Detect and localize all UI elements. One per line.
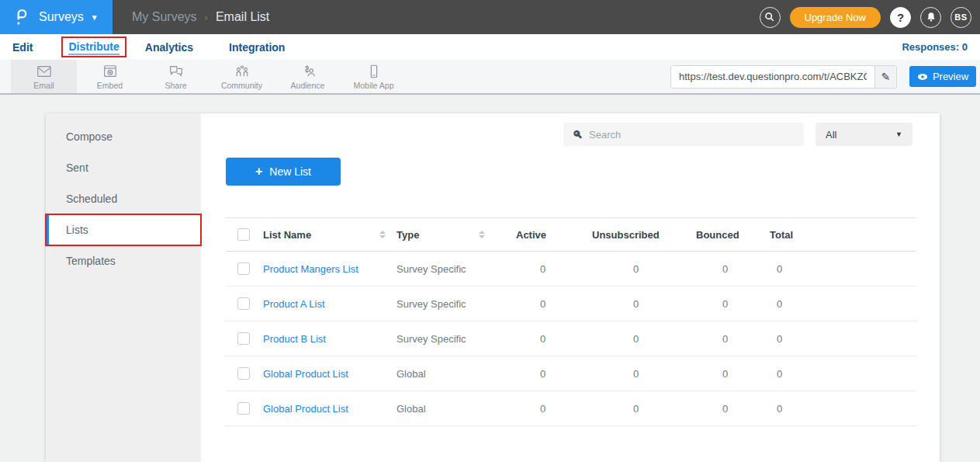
type-filter-dropdown[interactable]: All ▼ [816,123,912,146]
bell-icon [926,12,937,23]
tab-edit[interactable]: Edit [12,41,33,54]
toolbar-item-share[interactable]: Share [143,60,209,93]
email-sidebar: Compose Sent Scheduled Lists Templates [46,113,201,462]
header-active: Active [502,229,583,241]
list-type: Survey Specific [397,298,502,310]
toolbar-item-community[interactable]: Community [209,60,275,93]
edit-url-button[interactable]: ✎ [874,66,896,88]
list-name-link[interactable]: Global Product List [263,368,348,380]
list-type: Survey Specific [397,263,502,275]
unsubscribed-count: 0 [583,298,688,310]
unsubscribed-count: 0 [583,263,688,275]
notifications-button[interactable] [920,7,941,28]
bounced-count: 0 [688,263,762,275]
table-row: Global Product List Global 0 0 0 0 [226,391,916,426]
search-icon [764,12,775,23]
row-checkbox[interactable] [237,367,250,380]
survey-url-box: ✎ [670,65,897,89]
responses-count: Responses: 0 [902,41,968,53]
header-bounced: Bounced [688,229,762,241]
embed-icon [102,64,119,79]
pencil-icon: ✎ [881,71,891,83]
preview-button[interactable]: Preview [909,66,976,87]
total-count: 0 [762,333,916,345]
sidebar-item-templates[interactable]: Templates [46,245,201,276]
toolbar-item-label: Audience [291,81,325,90]
avatar[interactable]: BS [951,7,971,28]
breadcrumb: My Surveys › Email List [132,10,269,24]
list-type: Global [397,368,502,380]
email-icon [36,64,53,79]
new-list-button[interactable]: + New List [226,158,341,186]
preview-label: Preview [933,71,968,82]
total-count: 0 [762,298,916,310]
upgrade-now-button[interactable]: Upgrade Now [790,7,881,28]
search-input[interactable] [589,129,795,141]
topbar-actions: Upgrade Now ? BS [760,7,980,28]
sort-icon[interactable] [479,231,485,238]
active-count: 0 [502,333,583,345]
search-button[interactable] [760,7,781,28]
list-name-link[interactable]: Product A List [263,298,325,310]
header-unsubscribed: Unsubscribed [583,229,688,241]
list-name-link[interactable]: Global Product List [263,403,348,415]
sort-icon[interactable] [379,231,386,238]
active-count: 0 [502,403,583,415]
row-checkbox[interactable] [237,262,250,275]
list-name-link[interactable]: Product Mangers List [263,263,358,275]
row-checkbox[interactable] [237,332,250,345]
plus-icon: + [255,165,262,179]
table-header-row: List Name Type Active Unsubscribed Bounc… [226,217,916,252]
list-type: Global [397,403,502,415]
survey-url-input[interactable] [671,66,874,88]
total-count: 0 [762,263,916,275]
table-row: Product A List Survey Specific 0 0 0 0 [226,287,916,321]
new-list-label: New List [269,165,311,178]
table-row: Product B List Survey Specific 0 0 0 0 [226,321,916,356]
caret-down-icon: ▼ [895,130,902,138]
list-name-link[interactable]: Product B List [263,333,326,345]
active-count: 0 [502,263,583,275]
sidebar-item-scheduled[interactable]: Scheduled [46,183,201,214]
audience-icon [300,64,317,79]
table-row: Product Mangers List Survey Specific 0 0… [226,252,916,287]
toolbar-item-mobile-app[interactable]: Mobile App [341,60,407,93]
tab-analytics[interactable]: Analytics [145,41,193,54]
top-navigation-bar: Surveys ▼ My Surveys › Email List Upgrad… [0,0,980,34]
list-type: Survey Specific [397,333,502,345]
help-icon: ? [897,11,904,24]
table-row: Global Product List Global 0 0 0 0 [226,356,916,391]
app-window: Surveys ▼ My Surveys › Email List Upgrad… [0,0,980,462]
help-button[interactable]: ? [890,7,911,28]
toolbar-item-audience[interactable]: Audience [275,60,341,93]
avatar-initials: BS [954,12,967,22]
row-checkbox[interactable] [237,297,250,310]
toolbar-item-embed[interactable]: Embed [77,60,143,93]
survey-url-zone: ✎ Preview [670,60,980,93]
bounced-count: 0 [688,403,762,415]
tab-integration[interactable]: Integration [229,41,285,54]
bounced-count: 0 [688,333,762,345]
sidebar-item-compose[interactable]: Compose [46,121,201,152]
community-icon [234,64,251,79]
filter-value: All [826,129,836,141]
search-box: 🔍︎ [563,123,804,146]
tab-distribute[interactable]: Distribute [68,40,119,55]
toolbar-item-label: Community [221,81,262,90]
header-type: Type [397,229,419,241]
breadcrumb-my-surveys[interactable]: My Surveys [132,10,197,24]
eye-icon [917,73,928,81]
select-all-checkbox[interactable] [237,228,250,241]
product-switcher[interactable]: Surveys ▼ [0,0,113,34]
bounced-count: 0 [688,368,762,380]
total-count: 0 [762,403,916,415]
unsubscribed-count: 0 [583,368,688,380]
sidebar-item-sent[interactable]: Sent [46,152,201,183]
toolbar-item-email[interactable]: Email [11,60,77,93]
chevron-down-icon: ▼ [91,13,99,22]
toolbar-item-label: Mobile App [354,81,394,90]
row-checkbox[interactable] [237,402,250,415]
sidebar-item-lists[interactable]: Lists [46,214,201,245]
active-count: 0 [502,368,583,380]
survey-tab-bar: Edit Distribute Analytics Integration Re… [0,34,980,60]
